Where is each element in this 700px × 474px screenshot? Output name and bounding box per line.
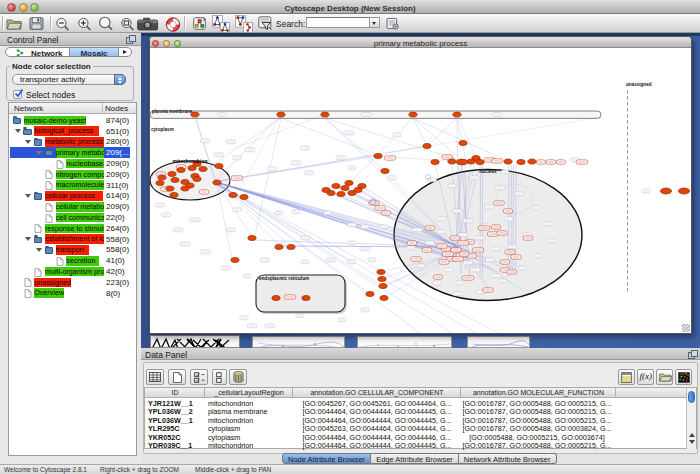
svg-text:unassigned: unassigned (626, 82, 652, 87)
svg-text:cytoplasm: cytoplasm (151, 127, 174, 132)
svg-text:nucleus: nucleus (479, 169, 497, 174)
svg-text:plasma membrane: plasma membrane (152, 109, 193, 114)
svg-text:mitochondrion: mitochondrion (173, 158, 208, 164)
svg-text:endoplasmic reticulum: endoplasmic reticulum (259, 276, 309, 281)
